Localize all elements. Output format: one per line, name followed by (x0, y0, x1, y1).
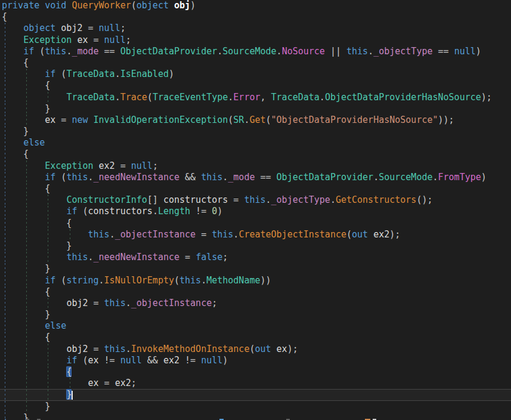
code-text: TraceData.Trace(TraceEventType.Error, Tr… (0, 92, 511, 103)
code-line[interactable]: if (string.IsNullOrEmpty(this.MethodName… (0, 275, 511, 286)
code-line[interactable]: { (0, 286, 511, 298)
code-token-pl: && (179, 172, 201, 183)
code-line[interactable]: { (0, 332, 511, 343)
code-token-pl: = (82, 23, 98, 33)
code-line[interactable]: ex = ex2; (0, 378, 511, 389)
code-token-pl (368, 229, 373, 240)
code-token-pl: != (179, 355, 201, 366)
code-line-current[interactable]: } (0, 389, 511, 400)
code-token-pl: ) (222, 355, 228, 366)
code-token-mb: ObjectDataProviderHasNoSource (325, 92, 481, 103)
code-text: obj2 = this.InvokeMethodOnInstance(out e… (0, 344, 511, 355)
code-token-pl: , (261, 92, 271, 103)
code-text: { (0, 218, 511, 229)
code-token-pl: ( (55, 69, 66, 79)
code-line[interactable]: { (0, 218, 511, 229)
code-token-pl: ( (131, 0, 137, 11)
code-token-en: Error (233, 92, 260, 103)
code-line[interactable]: { (0, 183, 511, 194)
code-line[interactable]: { (0, 11, 511, 23)
code-token-kw: this (244, 194, 265, 205)
code-token-pl: . (433, 172, 438, 183)
code-token-pl: } (2, 263, 50, 274)
code-line[interactable]: Exception ex = null; (0, 35, 511, 46)
code-token-pl (55, 23, 61, 33)
code-line[interactable]: } (0, 412, 511, 420)
code-line[interactable]: } (0, 240, 511, 252)
code-line[interactable]: ConstructorInfo[] constructors = this._o… (0, 194, 511, 206)
code-line[interactable]: private void QueryWorker(object obj) (0, 0, 511, 11)
code-token-pl: = (88, 344, 104, 354)
code-line[interactable]: { (0, 149, 511, 160)
code-line[interactable]: if (ex != null && ex2 != null) (0, 355, 511, 366)
code-text: if (ex != null && ex2 != null) (0, 355, 511, 366)
code-text: { (0, 149, 511, 160)
code-token-pl: . (373, 172, 379, 183)
code-line[interactable]: ex = new InvalidOperationException(SR.Ge… (0, 115, 511, 126)
code-text: obj2 = this._objectInstance; (0, 298, 511, 309)
code-line[interactable]: if (constructors.Length != 0) (0, 206, 511, 217)
code-token-kw: if (66, 206, 77, 217)
code-token-kw: this (104, 298, 126, 308)
code-line[interactable]: else (0, 137, 511, 149)
code-token-pl (169, 0, 174, 11)
code-token-pl (2, 355, 66, 366)
code-token-pl: = (179, 252, 196, 262)
code-line[interactable]: object obj2 = null; (0, 23, 511, 34)
code-text: } (0, 412, 511, 420)
code-token-pl (2, 92, 66, 103)
code-token-pl: ) (169, 69, 174, 79)
code-editor[interactable]: private void QueryWorker(object obj){ ob… (0, 0, 511, 420)
code-token-kw: out (352, 229, 368, 240)
code-token-kw: if (23, 46, 34, 57)
code-token-pl: . (201, 275, 206, 286)
code-line[interactable]: else (0, 320, 511, 332)
code-line[interactable]: Exception ex2 = null; (0, 160, 511, 172)
code-token-pl (2, 137, 23, 148)
code-token-pl: } (2, 401, 50, 412)
code-text: { (0, 80, 511, 91)
code-token-pl: ) (217, 206, 222, 217)
code-token-pl: . (320, 92, 325, 103)
code-token-lo: ex2 (99, 160, 115, 171)
code-token-me: IsNullOrEmpty (104, 275, 174, 286)
code-token-pl: ( (77, 206, 88, 217)
code-text: Exception ex = null; (0, 35, 511, 46)
code-token-pl: . (266, 194, 271, 205)
code-token-kw: this (346, 46, 368, 57)
code-token-bh: } (66, 389, 72, 400)
code-token-pl: ( (228, 115, 233, 125)
code-line[interactable]: } (0, 263, 511, 274)
code-line[interactable]: if (this._needNewInstance && this._mode … (0, 172, 511, 183)
code-line[interactable]: } (0, 126, 511, 137)
code-text: { (0, 332, 511, 343)
code-token-kw: this (45, 46, 66, 57)
code-line[interactable]: } (0, 103, 511, 115)
text-cursor (72, 391, 73, 400)
code-token-ty: ConstructorInfo (66, 194, 147, 205)
code-line[interactable]: if (TraceData.IsEnabled) (0, 69, 511, 80)
code-token-me: QueryWorker (72, 0, 131, 11)
code-token-kw: this (104, 344, 126, 354)
code-token-kw: null (99, 23, 120, 33)
code-line[interactable]: this._needNewInstance = false; (0, 252, 511, 263)
code-line[interactable]: } (0, 401, 511, 412)
code-line[interactable]: obj2 = this._objectInstance; (0, 298, 511, 309)
code-token-pl: || (325, 46, 346, 57)
code-token-pl: } (2, 103, 50, 114)
code-line[interactable]: { (0, 366, 511, 378)
code-line[interactable]: if (this._mode == ObjectDataProvider.Sou… (0, 46, 511, 57)
code-line[interactable]: { (0, 80, 511, 91)
code-line[interactable]: } (0, 309, 511, 320)
code-line[interactable]: this._objectInstance = this.CreateObject… (0, 229, 511, 240)
code-token-pl: . (222, 172, 228, 183)
code-token-pl (2, 69, 45, 79)
code-token-kw: new (72, 115, 88, 125)
code-token-pl: [] (147, 194, 163, 205)
code-token-lo: ex (77, 35, 88, 45)
code-token-pl: } (2, 309, 50, 320)
code-line[interactable]: obj2 = this.InvokeMethodOnInstance(out e… (0, 344, 511, 355)
code-token-ty: Exception (45, 160, 93, 171)
code-line[interactable]: TraceData.Trace(TraceEventType.Error, Tr… (0, 92, 511, 103)
code-line[interactable]: { (0, 57, 511, 69)
